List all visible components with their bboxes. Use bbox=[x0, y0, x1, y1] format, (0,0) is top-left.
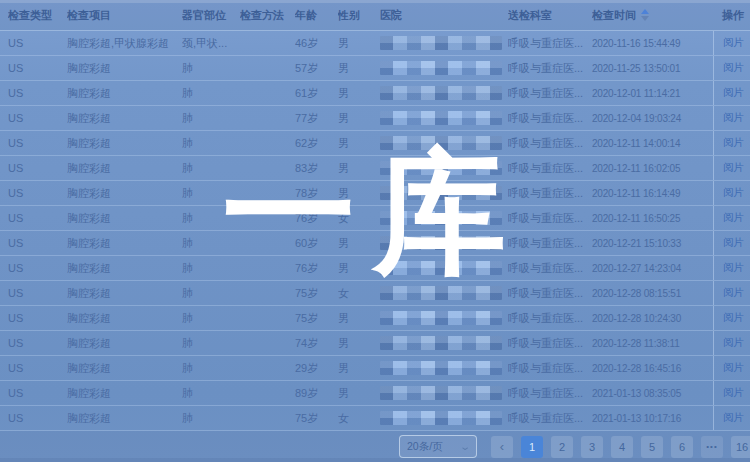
col-header-label: 检查类型 bbox=[8, 8, 52, 23]
view-film-link[interactable]: 阅片 bbox=[723, 286, 744, 300]
cell-exam-type: US bbox=[8, 156, 67, 180]
cell-hospital bbox=[380, 56, 508, 80]
view-film-link[interactable]: 阅片 bbox=[723, 161, 744, 175]
page-button-6[interactable]: 6 bbox=[671, 436, 693, 458]
view-film-link[interactable]: 阅片 bbox=[723, 186, 744, 200]
table-row[interactable]: US胸腔彩超肺74岁男呼吸与重症医...2020-12-28 11:38:11阅… bbox=[0, 331, 750, 356]
cell-exam-method bbox=[240, 181, 295, 205]
view-film-link[interactable]: 阅片 bbox=[723, 136, 744, 150]
col-header-exam-item: 检查项目 bbox=[67, 8, 182, 23]
cell-gender: 男 bbox=[338, 356, 380, 380]
table-row[interactable]: US胸腔彩超肺75岁男呼吸与重症医...2020-12-28 10:24:30阅… bbox=[0, 306, 750, 331]
cell-exam-time: 2020-12-21 15:10:33 bbox=[592, 231, 713, 255]
cell-action: 阅片 bbox=[713, 356, 750, 380]
table-row[interactable]: US胸腔彩超肺78岁男呼吸与重症医...2020-12-11 16:14:49阅… bbox=[0, 181, 750, 206]
table-row[interactable]: US胸腔彩超肺76岁男呼吸与重症医...2020-12-27 14:23:04阅… bbox=[0, 256, 750, 281]
cell-exam-time: 2020-12-28 11:38:11 bbox=[592, 331, 713, 355]
page-button-5[interactable]: 5 bbox=[641, 436, 663, 458]
cell-gender: 男 bbox=[338, 81, 380, 105]
cell-exam-time: 2020-12-28 10:24:30 bbox=[592, 306, 713, 330]
col-header-exam-type: 检查类型 bbox=[8, 8, 67, 23]
view-film-link[interactable]: 阅片 bbox=[723, 311, 744, 325]
page-ellipsis-button[interactable]: ••• bbox=[701, 436, 723, 458]
cell-exam-item: 胸腔彩超 bbox=[67, 406, 182, 430]
table-row[interactable]: US胸腔彩超肺29岁男呼吸与重症医...2020-12-28 16:45:16阅… bbox=[0, 356, 750, 381]
prev-page-button[interactable]: ‹ bbox=[491, 436, 513, 458]
cell-action: 阅片 bbox=[713, 281, 750, 305]
redacted-hospital-mosaic bbox=[380, 261, 502, 275]
cell-hospital bbox=[380, 331, 508, 355]
cell-gender: 男 bbox=[338, 106, 380, 130]
cell-exam-type: US bbox=[8, 106, 67, 130]
col-header-exam-time[interactable]: 检查时间 bbox=[592, 8, 713, 23]
table-row[interactable]: US胸腔彩超肺60岁男呼吸与重症医...2020-12-21 15:10:33阅… bbox=[0, 231, 750, 256]
view-film-link[interactable]: 阅片 bbox=[723, 36, 744, 50]
view-film-link[interactable]: 阅片 bbox=[723, 411, 744, 425]
table-row[interactable]: US胸腔彩超肺83岁男呼吸与重症医...2020-12-11 16:02:05阅… bbox=[0, 156, 750, 181]
col-header-action: 操作 bbox=[713, 8, 750, 23]
cell-organ-part: 肺 bbox=[182, 306, 240, 330]
page-buttons: 123456•••16 bbox=[521, 436, 750, 458]
cell-age: 89岁 bbox=[295, 381, 338, 405]
cell-exam-method bbox=[240, 331, 295, 355]
table-row[interactable]: US胸腔彩超肺76岁女呼吸与重症医...2020-12-11 16:50:25阅… bbox=[0, 206, 750, 231]
view-film-link[interactable]: 阅片 bbox=[723, 261, 744, 275]
redacted-hospital-mosaic bbox=[380, 186, 502, 200]
cell-gender: 男 bbox=[338, 381, 380, 405]
page-size-select[interactable]: 20条/页 ⌄ bbox=[399, 435, 477, 458]
cell-hospital bbox=[380, 206, 508, 230]
table-row[interactable]: US胸腔彩超肺62岁男呼吸与重症医...2020-12-11 14:00:14阅… bbox=[0, 131, 750, 156]
cell-department: 呼吸与重症医... bbox=[508, 231, 592, 255]
exam-list-screen: 检查类型检查项目器官部位检查方法年龄性别医院送检科室检查时间操作 US胸腔彩超,… bbox=[0, 0, 750, 462]
cell-exam-type: US bbox=[8, 231, 67, 255]
cell-exam-method bbox=[240, 231, 295, 255]
table-row[interactable]: US胸腔彩超肺57岁男呼吸与重症医...2020-11-25 13:50:01阅… bbox=[0, 56, 750, 81]
table-row[interactable]: US胸腔彩超肺61岁男呼吸与重症医...2020-12-01 11:14:21阅… bbox=[0, 81, 750, 106]
col-header-label: 检查方法 bbox=[240, 8, 284, 23]
cell-exam-time: 2020-12-11 14:00:14 bbox=[592, 131, 713, 155]
table-row[interactable]: US胸腔彩超,甲状腺彩超颈,甲状...46岁男呼吸与重症医...2020-11-… bbox=[0, 31, 750, 56]
sort-caret-icon[interactable] bbox=[641, 9, 649, 21]
page-button-2[interactable]: 2 bbox=[551, 436, 573, 458]
cell-hospital bbox=[380, 381, 508, 405]
cell-department: 呼吸与重症医... bbox=[508, 406, 592, 430]
table-row[interactable]: US胸腔彩超肺75岁女呼吸与重症医...2020-12-28 08:15:51阅… bbox=[0, 281, 750, 306]
cell-age: 75岁 bbox=[295, 406, 338, 430]
cell-gender: 女 bbox=[338, 206, 380, 230]
view-film-link[interactable]: 阅片 bbox=[723, 386, 744, 400]
cell-exam-item: 胸腔彩超 bbox=[67, 281, 182, 305]
cell-organ-part: 肺 bbox=[182, 206, 240, 230]
redacted-hospital-mosaic bbox=[380, 286, 502, 300]
cell-action: 阅片 bbox=[713, 106, 750, 130]
cell-hospital bbox=[380, 356, 508, 380]
view-film-link[interactable]: 阅片 bbox=[723, 111, 744, 125]
cell-exam-time: 2021-01-13 10:17:16 bbox=[592, 406, 713, 430]
view-film-link[interactable]: 阅片 bbox=[723, 61, 744, 75]
table-row[interactable]: US胸腔彩超肺77岁男呼吸与重症医...2020-12-04 19:03:24阅… bbox=[0, 106, 750, 131]
cell-exam-time: 2020-12-11 16:50:25 bbox=[592, 206, 713, 230]
view-film-link[interactable]: 阅片 bbox=[723, 211, 744, 225]
cell-exam-item: 胸腔彩超 bbox=[67, 156, 182, 180]
table-row[interactable]: US胸腔彩超肺75岁女呼吸与重症医...2021-01-13 10:17:16阅… bbox=[0, 406, 750, 431]
cell-department: 呼吸与重症医... bbox=[508, 31, 592, 55]
redacted-hospital-mosaic bbox=[380, 86, 502, 100]
view-film-link[interactable]: 阅片 bbox=[723, 336, 744, 350]
cell-department: 呼吸与重症医... bbox=[508, 181, 592, 205]
table-body: US胸腔彩超,甲状腺彩超颈,甲状...46岁男呼吸与重症医...2020-11-… bbox=[0, 31, 750, 431]
cell-exam-type: US bbox=[8, 206, 67, 230]
page-button-3[interactable]: 3 bbox=[581, 436, 603, 458]
col-header-label: 操作 bbox=[722, 8, 744, 23]
cell-gender: 女 bbox=[338, 281, 380, 305]
view-film-link[interactable]: 阅片 bbox=[723, 236, 744, 250]
cell-gender: 男 bbox=[338, 131, 380, 155]
cell-gender: 男 bbox=[338, 331, 380, 355]
table-row[interactable]: US胸腔彩超肺89岁男呼吸与重症医...2021-01-13 08:35:05阅… bbox=[0, 381, 750, 406]
view-film-link[interactable]: 阅片 bbox=[723, 361, 744, 375]
cell-gender: 男 bbox=[338, 256, 380, 280]
page-button-4[interactable]: 4 bbox=[611, 436, 633, 458]
cell-exam-time: 2021-01-13 08:35:05 bbox=[592, 381, 713, 405]
page-button-16[interactable]: 16 bbox=[731, 436, 750, 458]
page-button-1[interactable]: 1 bbox=[521, 436, 543, 458]
view-film-link[interactable]: 阅片 bbox=[723, 86, 744, 100]
cell-age: 46岁 bbox=[295, 31, 338, 55]
